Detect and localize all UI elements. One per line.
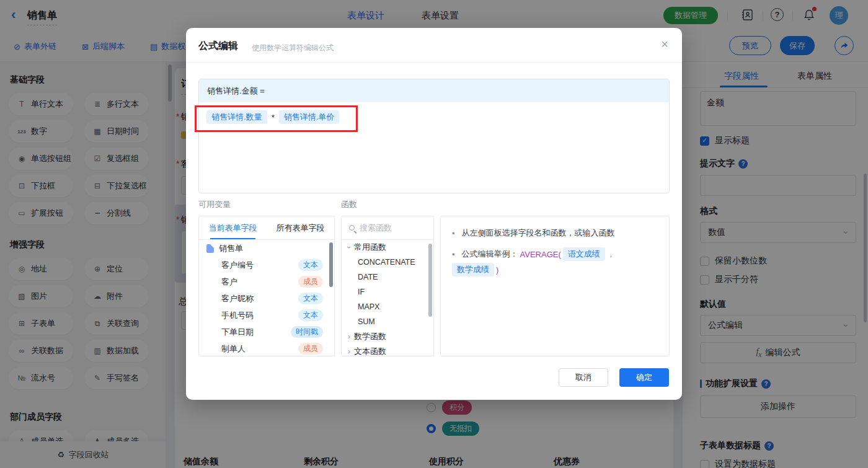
function-group-math[interactable]: ›数学函数 [342,329,433,344]
variable-item[interactable]: 客户昵称文本 [199,290,334,307]
chevron-collapsed-icon: › [348,347,350,356]
example-chip-chinese-score: 语文成绩 [563,247,605,261]
function-item-sum[interactable]: SUM [342,314,433,329]
tab-all-form-fields[interactable]: 所有表单字段 [267,216,334,239]
formula-target: 销售详情.金额 = [199,79,669,102]
variables-scrollbar[interactable] [329,242,333,287]
close-icon[interactable]: × [656,35,673,53]
search-icon [349,225,355,231]
type-badge: 文本 [298,293,323,304]
cancel-button[interactable]: 取消 [559,368,608,387]
functions-panel: ›常用函数 CONCATENATE DATE IF MAPX SUM ›数学函数… [341,216,434,356]
type-badge: 时间戳 [291,326,323,338]
tab-current-form-fields[interactable]: 当前表单字段 [199,216,267,239]
formula-edit-modal: 公式编辑 使用数学运算符编辑公式 × 销售详情.金额 = 销售详情.数量 * 销… [186,28,682,400]
function-item-if[interactable]: IF [342,285,433,299]
chevron-expanded-icon: › [345,246,353,249]
function-item-date[interactable]: DATE [342,270,433,285]
functions-scrollbar[interactable] [428,244,432,317]
tips-panel: 从左侧面板选择字段名和函数，或输入函数 公式编辑举例： AVERAGE( 语文成… [440,216,670,356]
example-function-name: AVERAGE( [520,250,561,259]
chevron-collapsed-icon: › [348,332,350,341]
app-window: ‹ 销售单 表单设计 表单设置 数据管理 ? 理 ⊘ 表单外链 ⊠ 后端脚本 ▤ [0,0,868,468]
type-badge: 文本 [298,259,323,271]
variables-panel: 当前表单字段 所有表单字段 销售单 客户编号文本 客户成员 客户昵称文本 手机号… [198,216,335,356]
variables-section-label: 可用变量 [198,199,231,210]
variables-tabs: 当前表单字段 所有表单字段 [199,216,334,240]
formula-editor: 销售详情.金额 = 销售详情.数量 * 销售详情.单价 [198,79,670,193]
function-search-input[interactable] [360,223,422,232]
variable-item[interactable]: 制单人成员 [199,340,334,356]
type-badge: 成员 [298,276,323,288]
annotation-highlight-box [195,105,358,132]
modal-subtitle: 使用数学运算符编辑公式 [252,43,334,53]
variable-item[interactable]: 下单日期时间戳 [199,324,334,340]
example-function-close: ) [496,265,498,275]
modal-title: 公式编辑 [198,40,238,53]
variable-item[interactable]: 客户编号文本 [199,257,334,273]
type-badge: 文本 [298,309,323,321]
example-chip-math-score: 数学成绩 [452,263,494,276]
tip-line-2: 公式编辑举例： AVERAGE( 语文成绩 ， 数学成绩 ) [452,247,658,276]
form-doc-icon [206,244,214,253]
tip-line-1: 从左侧面板选择字段名和函数，或输入函数 [452,227,658,239]
type-badge: 成员 [298,343,323,355]
variable-item[interactable]: 手机号码文本 [199,307,334,324]
divider [186,62,682,63]
confirm-button[interactable]: 确定 [619,368,669,387]
functions-section-label: 函数 [341,199,357,210]
variable-item[interactable]: 客户成员 [199,273,334,290]
function-group-common[interactable]: ›常用函数 [342,240,433,255]
function-item-concatenate[interactable]: CONCATENATE [342,255,433,270]
function-item-mapx[interactable]: MAPX [342,299,433,314]
function-search [342,216,433,240]
function-group-text[interactable]: ›文本函数 [342,344,433,356]
variable-tree-root[interactable]: 销售单 [199,240,334,257]
